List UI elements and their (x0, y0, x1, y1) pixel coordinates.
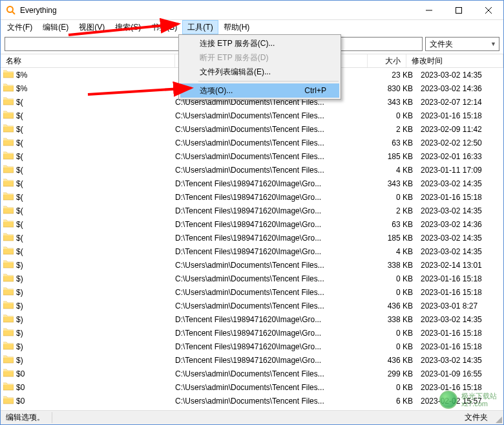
cell-date: 2023-02-02 12:50 (418, 138, 503, 147)
menu-item[interactable]: 帮助(H) (218, 20, 255, 34)
cell-date: 2023-01-16 15:18 (418, 193, 503, 202)
cell-size: 343 KB (379, 98, 418, 107)
dropdown-item[interactable]: 文件列表编辑器(E)... (180, 65, 339, 79)
table-row[interactable]: $)D:\Tencent Files\1989471620\Image\Gro.… (1, 326, 503, 340)
table-row[interactable]: $(C:\Users\admin\Documents\Tencent Files… (1, 109, 503, 122)
close-button[interactable] (474, 1, 503, 20)
cell-path: D:\Tencent Files\1989471620\Image\Gro... (175, 329, 379, 338)
cell-path: D:\Tencent Files\1989471620\Image\Gro... (175, 206, 379, 215)
cell-path: D:\Tencent Files\1989471620\Image\Gro... (175, 220, 379, 229)
cell-size: 2 KB (379, 125, 418, 134)
cell-path: C:\Users\admin\Documents\Tencent Files..… (175, 301, 379, 311)
table-row[interactable]: $(D:\Tencent Files\1989471620\Image\Gro.… (1, 177, 503, 190)
svg-rect-3 (456, 7, 462, 13)
menu-item[interactable]: 文件(F) (2, 20, 37, 34)
folder-icon (3, 395, 16, 406)
folder-icon (3, 83, 16, 94)
cell-date: 2023-01-11 17:09 (418, 166, 503, 175)
table-row[interactable]: $(D:\Tencent Files\1989471620\Image\Gro.… (1, 217, 503, 231)
table-row[interactable]: $0C:\Users\admin\Documents\Tencent Files… (1, 380, 503, 394)
cell-path: C:\Users\admin\Documents\Tencent Files..… (175, 369, 379, 378)
table-row[interactable]: $0C:\Users\admin\Documents\Tencent Files… (1, 367, 503, 380)
dropdown-item: 断开 ETP 服务器(D) (180, 50, 339, 65)
cell-path: C:\Users\admin\Documents\Tencent Files..… (175, 166, 379, 175)
cell-name: $) (1, 287, 175, 298)
cell-name: $) (1, 259, 175, 270)
dropdown-item[interactable]: 连接 ETP 服务器(C)... (180, 36, 339, 50)
resize-grip[interactable] (494, 415, 502, 423)
table-row[interactable]: $)C:\Users\admin\Documents\Tencent Files… (1, 299, 503, 312)
table-row[interactable]: $0C:\Users\admin\Documents\Tencent Files… (1, 394, 503, 406)
folder-icon (3, 137, 16, 148)
cell-date: 2023-01-16 15:18 (418, 111, 503, 120)
svg-line-1 (12, 12, 15, 14)
cell-name: $) (1, 327, 175, 338)
watermark: 极光下载站 xz7.com (439, 391, 497, 409)
column-header-name[interactable]: 名称 (1, 54, 175, 67)
table-row[interactable]: $)C:\Users\admin\Documents\Tencent Files… (1, 285, 503, 299)
table-row[interactable]: $(C:\Users\admin\Documents\Tencent Files… (1, 149, 503, 163)
folder-icon (3, 314, 16, 325)
cell-date: 2023-01-16 15:18 (418, 329, 503, 338)
cell-name: $) (1, 300, 175, 311)
column-header-size[interactable]: 大小 (368, 54, 406, 67)
folder-icon (3, 69, 16, 80)
cell-size: 343 KB (379, 179, 418, 188)
table-row[interactable]: $)D:\Tencent Files\1989471620\Image\Gro.… (1, 353, 503, 367)
table-row[interactable]: $)D:\Tencent Files\1989471620\Image\Gro.… (1, 340, 503, 353)
menu-item[interactable]: 编辑(E) (37, 20, 74, 34)
dropdown-item[interactable]: 选项(O)...Ctrl+P (180, 83, 339, 98)
cell-name: $% (1, 69, 175, 80)
column-header-date[interactable]: 修改时间 (406, 54, 503, 67)
menu-item[interactable]: 工具(T) (182, 20, 218, 34)
table-row[interactable]: $(D:\Tencent Files\1989471620\Image\Gro.… (1, 204, 503, 217)
cell-size: 0 KB (379, 383, 418, 392)
folder-icon (3, 110, 16, 121)
folder-icon (3, 382, 16, 393)
cell-date: 2023-02-07 12:14 (418, 98, 503, 107)
table-row[interactable]: $(D:\Tencent Files\1989471620\Image\Gro.… (1, 245, 503, 258)
cell-name: $( (1, 110, 175, 121)
table-row[interactable]: $)D:\Tencent Files\1989471620\Image\Gro.… (1, 312, 503, 326)
table-row[interactable]: $)C:\Users\admin\Documents\Tencent Files… (1, 258, 503, 272)
cell-name: $( (1, 232, 175, 243)
cell-size: 436 KB (379, 356, 418, 365)
cell-name: $( (1, 246, 175, 257)
table-row[interactable]: $(C:\Users\admin\Documents\Tencent Files… (1, 163, 503, 177)
folder-icon (3, 219, 16, 230)
cell-name: $( (1, 137, 175, 148)
cell-size: 338 KB (379, 261, 418, 270)
cell-date: 2023-03-02 14:36 (418, 84, 503, 93)
cell-path: C:\Users\admin\Documents\Tencent Files..… (175, 261, 379, 270)
cell-size: 23 KB (379, 71, 418, 80)
cell-path: D:\Tencent Files\1989471620\Image\Gro... (175, 315, 379, 324)
table-row[interactable]: $)C:\Users\admin\Documents\Tencent Files… (1, 272, 503, 285)
maximize-button[interactable] (444, 1, 474, 20)
cell-name: $% (1, 83, 175, 94)
table-row[interactable]: $(D:\Tencent Files\1989471620\Image\Gro.… (1, 231, 503, 245)
folder-icon (3, 287, 16, 298)
cell-path: C:\Users\admin\Documents\Tencent Files..… (175, 138, 379, 147)
window-title: Everything (20, 6, 414, 15)
cell-name: $0 (1, 368, 175, 379)
file-list[interactable]: $%23 KB2023-03-02 14:35$%830 KB2023-03-0… (1, 68, 503, 406)
cell-size: 0 KB (379, 111, 418, 120)
cell-size: 0 KB (379, 288, 418, 297)
table-row[interactable]: $(C:\Users\admin\Documents\Tencent Files… (1, 122, 503, 136)
folder-icon (3, 300, 16, 311)
table-row[interactable]: $(D:\Tencent Files\1989471620\Image\Gro.… (1, 190, 503, 204)
folder-icon (3, 205, 16, 216)
cell-date: 2023-01-16 15:18 (418, 342, 503, 351)
minimize-button[interactable] (414, 1, 444, 20)
cell-name: $( (1, 205, 175, 216)
cell-date: 2023-03-02 14:35 (418, 179, 503, 188)
cell-path: C:\Users\admin\Documents\Tencent Files..… (175, 383, 379, 392)
cell-date: 2023-02-14 13:01 (418, 261, 503, 270)
filter-select[interactable]: 文件夹 ▼ (425, 37, 499, 51)
cell-size: 299 KB (379, 369, 418, 378)
menu-item[interactable]: 书签(B) (146, 20, 182, 34)
menu-item[interactable]: 视图(V) (74, 20, 110, 34)
table-row[interactable]: $(C:\Users\admin\Documents\Tencent Files… (1, 136, 503, 149)
folder-icon (3, 341, 16, 352)
menu-item[interactable]: 搜索(S) (110, 20, 146, 34)
